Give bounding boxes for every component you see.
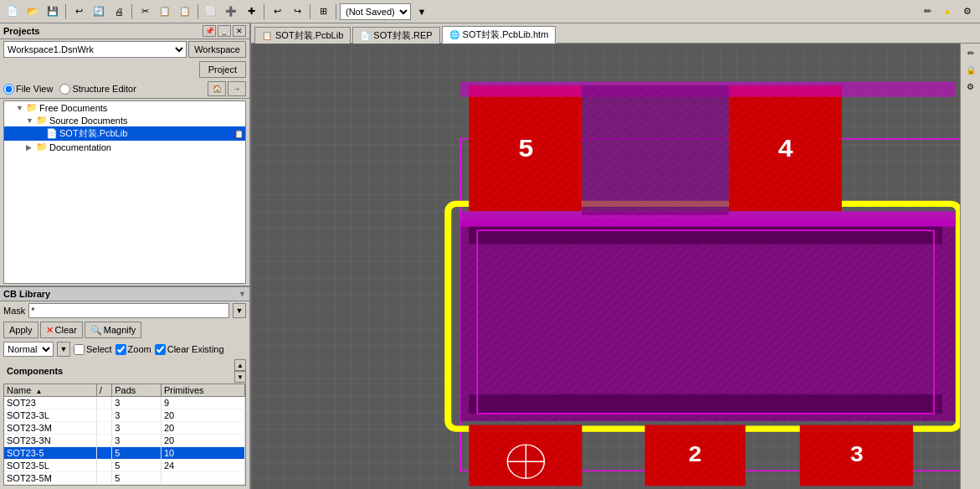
svg-rect-9: [460, 219, 955, 421]
select-checkbox-label[interactable]: Select: [74, 344, 112, 355]
cell-primitives: 10: [161, 447, 244, 460]
toolbar-undo2[interactable]: ↩: [268, 3, 286, 21]
svg-rect-27: [582, 85, 728, 215]
toolbar-cut[interactable]: ✂: [136, 3, 154, 21]
clear-existing-checkbox[interactable]: [155, 344, 166, 355]
file-tree[interactable]: ▼ 📁 Free Documents ▼ 📁 Source Documents …: [3, 100, 246, 284]
tab-rep1[interactable]: 📄 SOT封装.REP: [352, 27, 439, 44]
tab-bar: 📋 SOT封装.PcbLib 📄 SOT封装.REP 🌐 SOT封装.PcbLi…: [251, 23, 980, 44]
toolbar-grid[interactable]: ⊞: [314, 3, 332, 21]
pcb-canvas: 5 4: [251, 44, 980, 489]
normal-select[interactable]: Normal: [3, 342, 54, 357]
zoom-checkbox[interactable]: [115, 344, 126, 355]
sort-arrow-name: ▲: [35, 388, 42, 395]
toolbar-redo[interactable]: 🔄: [90, 3, 108, 21]
magnify-icon: 🔍: [90, 325, 102, 336]
col-slash[interactable]: /: [96, 384, 111, 397]
projects-pin[interactable]: 📌: [203, 25, 216, 37]
canvas-area[interactable]: 5 4: [251, 44, 980, 489]
cell-name: SOT23-3L: [4, 409, 96, 422]
toolbar-add[interactable]: ➕: [222, 3, 240, 21]
toolbar-print[interactable]: 🖨: [110, 3, 128, 21]
tree-item-sot-pcblib[interactable]: 📄 SOT封装.PcbLib 📋: [4, 126, 245, 141]
table-row[interactable]: SOT23 3 9: [4, 397, 245, 409]
folder-icon-source-docs: 📁: [36, 115, 48, 126]
svg-text:5: 5: [518, 134, 533, 161]
toolbar-yellow-circle[interactable]: ●: [938, 3, 957, 21]
toolbar-paste[interactable]: 📋: [176, 3, 194, 21]
projects-minimize[interactable]: _: [218, 25, 231, 37]
cb-library: CB Library ▼ Mask ▼ Apply ✕ Clear 🔍 Magn…: [0, 286, 249, 489]
cb-collapse-icon[interactable]: ▼: [239, 290, 246, 298]
toolbar-copy[interactable]: 📋: [156, 3, 174, 21]
toolbar-cross[interactable]: ✚: [242, 3, 260, 21]
tab-pcblib1[interactable]: 📋 SOT封装.PcbLib: [254, 27, 351, 44]
col-primitives[interactable]: Primitives: [161, 384, 244, 397]
right-settings-icon[interactable]: ⚙: [963, 79, 978, 94]
scroll-down-btn[interactable]: ▼: [234, 371, 246, 383]
svg-text:4: 4: [778, 134, 793, 161]
cell-name: SOT23-5: [4, 447, 96, 460]
cell-name: SOT23-5M: [4, 472, 96, 485]
cell-slash: [96, 409, 111, 422]
toolbar-redo2[interactable]: ↪: [288, 3, 306, 21]
col-pads[interactable]: Pads: [112, 384, 162, 397]
table-row[interactable]: SOT23-3N 3 20: [4, 435, 245, 447]
mask-dropdown-btn[interactable]: ▼: [233, 303, 246, 318]
zoom-checkbox-label[interactable]: Zoom: [115, 344, 151, 355]
scroll-up-btn[interactable]: ▲: [234, 359, 246, 371]
file-view-radio[interactable]: File View: [3, 84, 53, 95]
tree-item-source-docs[interactable]: ▼ 📁 Source Documents: [4, 114, 245, 126]
left-panel: Projects 📌 _ ✕ Workspace1.DsnWrk Workspa…: [0, 23, 251, 489]
svg-text:3: 3: [850, 442, 864, 466]
projects-controls: 📌 _ ✕: [203, 25, 246, 37]
toolbar-save[interactable]: 💾: [44, 3, 62, 21]
normal-dropdown-btn[interactable]: ▼: [57, 342, 70, 357]
toolbar-pen[interactable]: ✏: [918, 3, 936, 21]
toolbar-new[interactable]: 📄: [3, 3, 22, 21]
select-checkbox[interactable]: [74, 344, 85, 355]
right-lock-icon[interactable]: 🔒: [963, 62, 978, 77]
view-arrow-icon[interactable]: →: [228, 81, 246, 96]
apply-button[interactable]: Apply: [3, 322, 38, 338]
structure-editor-radio[interactable]: Structure Editor: [59, 84, 136, 95]
toolbar-dropdown-arrow[interactable]: ▼: [413, 3, 431, 21]
view-icons: 🏠 →: [208, 81, 246, 96]
svg-text:2: 2: [689, 442, 702, 466]
table-row[interactable]: SOT23-5M 5: [4, 472, 245, 485]
col-name[interactable]: Name ▲: [4, 384, 96, 397]
clear-button[interactable]: ✕ Clear: [40, 322, 83, 338]
mask-input[interactable]: [28, 303, 229, 318]
table-row[interactable]: SOT23-5L 5 24: [4, 460, 245, 472]
cell-pads: 5: [112, 460, 162, 472]
table-row[interactable]: SOT23-3L 3 20: [4, 409, 245, 422]
components-table[interactable]: Name ▲ / Pads Primitives SOT23 3 9 SOT23…: [3, 383, 246, 486]
workspace-select[interactable]: Workspace1.DsnWrk: [3, 41, 187, 58]
toolbar-open[interactable]: 📂: [23, 3, 42, 21]
not-saved-dropdown[interactable]: (Not Saved): [340, 3, 411, 20]
right-icons-panel: ✏ 🔒 ⚙: [960, 44, 980, 489]
project-button[interactable]: Project: [199, 61, 246, 78]
clear-existing-checkbox-label[interactable]: Clear Existing: [155, 344, 224, 355]
cb-library-title: CB Library: [3, 289, 50, 299]
view-home-icon[interactable]: 🏠: [208, 81, 226, 96]
toolbar-settings[interactable]: ⚙: [958, 3, 977, 21]
projects-close[interactable]: ✕: [233, 25, 246, 37]
workspace-button[interactable]: Workspace: [188, 41, 246, 58]
magnify-button[interactable]: 🔍 Magnify: [85, 322, 142, 338]
tree-item-documentation[interactable]: ▶ 📁 Documentation: [4, 141, 245, 153]
cell-slash: [96, 435, 111, 447]
table-row[interactable]: SOT23-3M 3 20: [4, 422, 245, 435]
options-row: Normal ▼ Select Zoom Clear Existing: [0, 340, 249, 358]
mask-row: Mask ▼: [0, 301, 249, 320]
cell-slash: [96, 397, 111, 409]
cell-primitives: 20: [161, 435, 244, 447]
tree-item-free-docs[interactable]: ▼ 📁 Free Documents: [4, 101, 245, 114]
toolbar-undo[interactable]: ↩: [69, 3, 88, 21]
svg-rect-11: [469, 394, 942, 414]
table-row[interactable]: SOT23-5 5 10: [4, 447, 245, 460]
cell-primitives: 9: [161, 397, 244, 409]
right-pen-icon[interactable]: ✏: [963, 45, 978, 60]
tab-pcblib2[interactable]: 🌐 SOT封装.PcbLib.htm: [442, 26, 557, 44]
toolbar-select-rect[interactable]: ⬜: [202, 3, 220, 21]
